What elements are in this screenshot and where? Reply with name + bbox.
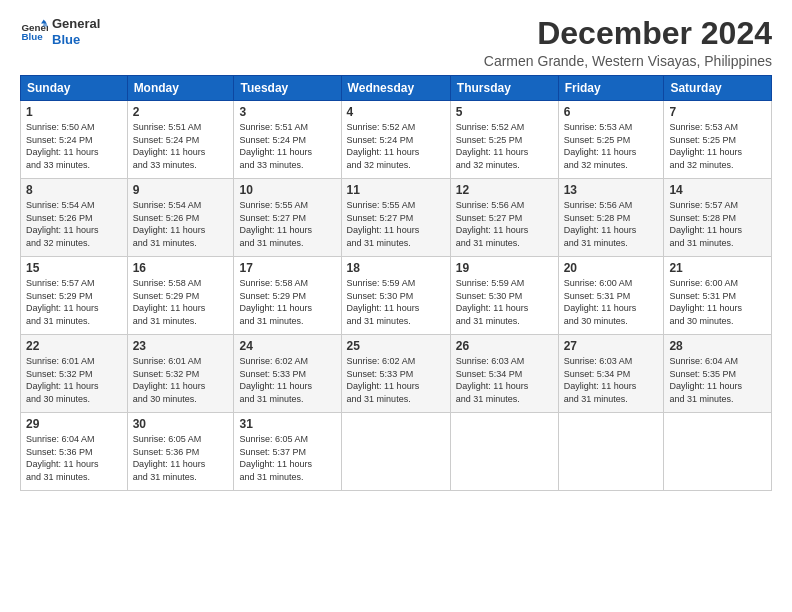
day-info: Sunrise: 5:56 AM Sunset: 5:28 PM Dayligh… (564, 199, 659, 249)
calendar-cell: 13Sunrise: 5:56 AM Sunset: 5:28 PM Dayli… (558, 179, 664, 257)
day-info: Sunrise: 5:58 AM Sunset: 5:29 PM Dayligh… (239, 277, 335, 327)
day-info: Sunrise: 5:59 AM Sunset: 5:30 PM Dayligh… (347, 277, 445, 327)
day-number: 28 (669, 339, 766, 353)
day-info: Sunrise: 6:01 AM Sunset: 5:32 PM Dayligh… (133, 355, 229, 405)
calendar-cell: 7Sunrise: 5:53 AM Sunset: 5:25 PM Daylig… (664, 101, 772, 179)
header: General Blue General Blue December 2024 … (20, 16, 772, 69)
logo-text: General Blue (52, 16, 100, 47)
day-number: 20 (564, 261, 659, 275)
calendar-cell: 16Sunrise: 5:58 AM Sunset: 5:29 PM Dayli… (127, 257, 234, 335)
day-info: Sunrise: 5:54 AM Sunset: 5:26 PM Dayligh… (133, 199, 229, 249)
calendar-cell: 21Sunrise: 6:00 AM Sunset: 5:31 PM Dayli… (664, 257, 772, 335)
day-number: 6 (564, 105, 659, 119)
day-number: 10 (239, 183, 335, 197)
day-number: 23 (133, 339, 229, 353)
day-number: 14 (669, 183, 766, 197)
day-info: Sunrise: 6:03 AM Sunset: 5:34 PM Dayligh… (564, 355, 659, 405)
calendar-cell: 17Sunrise: 5:58 AM Sunset: 5:29 PM Dayli… (234, 257, 341, 335)
calendar-header-row: Sunday Monday Tuesday Wednesday Thursday… (21, 76, 772, 101)
calendar-cell (664, 413, 772, 491)
day-info: Sunrise: 6:02 AM Sunset: 5:33 PM Dayligh… (239, 355, 335, 405)
calendar-cell: 25Sunrise: 6:02 AM Sunset: 5:33 PM Dayli… (341, 335, 450, 413)
calendar-cell (450, 413, 558, 491)
day-number: 8 (26, 183, 122, 197)
calendar-cell: 3Sunrise: 5:51 AM Sunset: 5:24 PM Daylig… (234, 101, 341, 179)
calendar-cell: 28Sunrise: 6:04 AM Sunset: 5:35 PM Dayli… (664, 335, 772, 413)
calendar-cell: 12Sunrise: 5:56 AM Sunset: 5:27 PM Dayli… (450, 179, 558, 257)
day-number: 31 (239, 417, 335, 431)
day-info: Sunrise: 5:54 AM Sunset: 5:26 PM Dayligh… (26, 199, 122, 249)
day-info: Sunrise: 6:05 AM Sunset: 5:37 PM Dayligh… (239, 433, 335, 483)
calendar-cell (558, 413, 664, 491)
day-number: 17 (239, 261, 335, 275)
calendar-cell: 18Sunrise: 5:59 AM Sunset: 5:30 PM Dayli… (341, 257, 450, 335)
day-info: Sunrise: 5:52 AM Sunset: 5:24 PM Dayligh… (347, 121, 445, 171)
day-info: Sunrise: 5:53 AM Sunset: 5:25 PM Dayligh… (564, 121, 659, 171)
day-info: Sunrise: 5:52 AM Sunset: 5:25 PM Dayligh… (456, 121, 553, 171)
calendar-cell: 11Sunrise: 5:55 AM Sunset: 5:27 PM Dayli… (341, 179, 450, 257)
day-number: 22 (26, 339, 122, 353)
day-number: 21 (669, 261, 766, 275)
calendar-cell: 19Sunrise: 5:59 AM Sunset: 5:30 PM Dayli… (450, 257, 558, 335)
day-number: 1 (26, 105, 122, 119)
calendar-cell (341, 413, 450, 491)
day-number: 7 (669, 105, 766, 119)
day-info: Sunrise: 6:01 AM Sunset: 5:32 PM Dayligh… (26, 355, 122, 405)
col-wednesday: Wednesday (341, 76, 450, 101)
day-info: Sunrise: 6:00 AM Sunset: 5:31 PM Dayligh… (564, 277, 659, 327)
day-info: Sunrise: 5:55 AM Sunset: 5:27 PM Dayligh… (347, 199, 445, 249)
day-number: 18 (347, 261, 445, 275)
day-info: Sunrise: 5:51 AM Sunset: 5:24 PM Dayligh… (239, 121, 335, 171)
col-thursday: Thursday (450, 76, 558, 101)
week-row-3: 15Sunrise: 5:57 AM Sunset: 5:29 PM Dayli… (21, 257, 772, 335)
day-number: 5 (456, 105, 553, 119)
col-tuesday: Tuesday (234, 76, 341, 101)
calendar-cell: 20Sunrise: 6:00 AM Sunset: 5:31 PM Dayli… (558, 257, 664, 335)
day-info: Sunrise: 6:05 AM Sunset: 5:36 PM Dayligh… (133, 433, 229, 483)
logo-icon: General Blue (20, 18, 48, 46)
week-row-1: 1Sunrise: 5:50 AM Sunset: 5:24 PM Daylig… (21, 101, 772, 179)
calendar-cell: 2Sunrise: 5:51 AM Sunset: 5:24 PM Daylig… (127, 101, 234, 179)
calendar-cell: 15Sunrise: 5:57 AM Sunset: 5:29 PM Dayli… (21, 257, 128, 335)
calendar-cell: 5Sunrise: 5:52 AM Sunset: 5:25 PM Daylig… (450, 101, 558, 179)
day-info: Sunrise: 6:04 AM Sunset: 5:36 PM Dayligh… (26, 433, 122, 483)
week-row-5: 29Sunrise: 6:04 AM Sunset: 5:36 PM Dayli… (21, 413, 772, 491)
day-info: Sunrise: 5:53 AM Sunset: 5:25 PM Dayligh… (669, 121, 766, 171)
week-row-4: 22Sunrise: 6:01 AM Sunset: 5:32 PM Dayli… (21, 335, 772, 413)
day-number: 2 (133, 105, 229, 119)
col-saturday: Saturday (664, 76, 772, 101)
day-number: 16 (133, 261, 229, 275)
calendar-cell: 29Sunrise: 6:04 AM Sunset: 5:36 PM Dayli… (21, 413, 128, 491)
calendar-cell: 10Sunrise: 5:55 AM Sunset: 5:27 PM Dayli… (234, 179, 341, 257)
calendar-cell: 26Sunrise: 6:03 AM Sunset: 5:34 PM Dayli… (450, 335, 558, 413)
week-row-2: 8Sunrise: 5:54 AM Sunset: 5:26 PM Daylig… (21, 179, 772, 257)
day-info: Sunrise: 5:51 AM Sunset: 5:24 PM Dayligh… (133, 121, 229, 171)
calendar-cell: 1Sunrise: 5:50 AM Sunset: 5:24 PM Daylig… (21, 101, 128, 179)
day-info: Sunrise: 6:03 AM Sunset: 5:34 PM Dayligh… (456, 355, 553, 405)
day-info: Sunrise: 6:02 AM Sunset: 5:33 PM Dayligh… (347, 355, 445, 405)
col-sunday: Sunday (21, 76, 128, 101)
day-number: 13 (564, 183, 659, 197)
day-number: 30 (133, 417, 229, 431)
svg-text:Blue: Blue (21, 31, 43, 42)
title-block: December 2024 Carmen Grande, Western Vis… (484, 16, 772, 69)
day-number: 12 (456, 183, 553, 197)
calendar-cell: 8Sunrise: 5:54 AM Sunset: 5:26 PM Daylig… (21, 179, 128, 257)
day-number: 9 (133, 183, 229, 197)
day-number: 11 (347, 183, 445, 197)
calendar-cell: 4Sunrise: 5:52 AM Sunset: 5:24 PM Daylig… (341, 101, 450, 179)
calendar-cell: 31Sunrise: 6:05 AM Sunset: 5:37 PM Dayli… (234, 413, 341, 491)
day-number: 15 (26, 261, 122, 275)
day-info: Sunrise: 5:57 AM Sunset: 5:28 PM Dayligh… (669, 199, 766, 249)
day-info: Sunrise: 5:58 AM Sunset: 5:29 PM Dayligh… (133, 277, 229, 327)
calendar-cell: 6Sunrise: 5:53 AM Sunset: 5:25 PM Daylig… (558, 101, 664, 179)
calendar-cell: 9Sunrise: 5:54 AM Sunset: 5:26 PM Daylig… (127, 179, 234, 257)
calendar-body: 1Sunrise: 5:50 AM Sunset: 5:24 PM Daylig… (21, 101, 772, 491)
day-info: Sunrise: 5:59 AM Sunset: 5:30 PM Dayligh… (456, 277, 553, 327)
month-title: December 2024 (484, 16, 772, 51)
day-number: 24 (239, 339, 335, 353)
calendar-cell: 24Sunrise: 6:02 AM Sunset: 5:33 PM Dayli… (234, 335, 341, 413)
day-number: 25 (347, 339, 445, 353)
calendar-cell: 22Sunrise: 6:01 AM Sunset: 5:32 PM Dayli… (21, 335, 128, 413)
col-friday: Friday (558, 76, 664, 101)
